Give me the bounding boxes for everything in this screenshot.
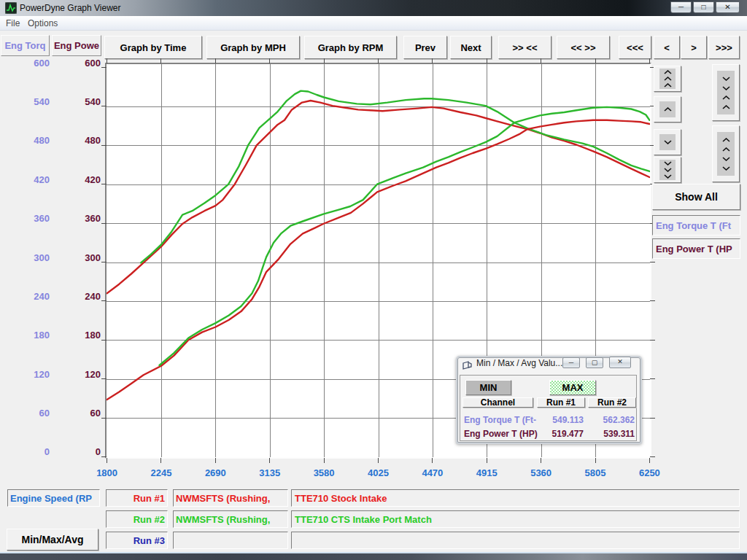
run-name-box-3 xyxy=(173,532,288,549)
y-axis-left-label: 60 xyxy=(20,408,50,419)
chevron-down-icon xyxy=(722,86,730,90)
run-desc-1: TTE710 Stock Intake xyxy=(295,493,387,504)
zoom-out-button[interactable]: << >> xyxy=(557,36,610,59)
y-axis-left-label: 480 xyxy=(20,135,50,146)
menu-file[interactable]: File xyxy=(6,18,20,28)
y-tick-right xyxy=(650,262,655,262)
run-name-box-1: NWMSFTS (Rushing, xyxy=(173,489,288,507)
scroll-down-fast-button-inner xyxy=(659,160,676,180)
x-tick-top xyxy=(160,58,161,63)
x-tick-top xyxy=(107,58,107,63)
y-axis-right-label: 540 xyxy=(71,96,101,107)
y-tick-right xyxy=(650,378,655,379)
x-axis-label: 4915 xyxy=(465,467,508,478)
minmax-close-button[interactable]: ✕ xyxy=(609,357,631,368)
prev-button[interactable]: Prev xyxy=(403,36,447,59)
minmax-window-icon xyxy=(462,361,473,370)
scroll-down-button[interactable] xyxy=(654,129,681,155)
minmax-row-channel-1: Eng Torque T (Ft- xyxy=(464,415,536,425)
run-desc-2: TTE710 CTS Intake Port Match xyxy=(295,514,432,525)
minmax-minimize-button[interactable]: ─ xyxy=(562,357,580,368)
y-axis-right-label: 60 xyxy=(71,408,101,419)
y-axis-right-label: 360 xyxy=(71,213,101,224)
x-axis-label: 4025 xyxy=(357,467,400,478)
y-tick-left xyxy=(101,418,107,419)
window-title: PowerDyne Graph Viewer xyxy=(20,3,121,13)
y-tick-left xyxy=(101,223,107,224)
last-button[interactable]: >>> xyxy=(708,36,740,59)
run-label-3: Run #3 xyxy=(133,535,165,546)
graph-by-rpm-button[interactable]: Graph by RPM xyxy=(304,36,397,59)
y-axis-right-label: 300 xyxy=(71,252,101,263)
chevron-up-icon xyxy=(664,83,672,88)
zoom-vertical-in-button[interactable] xyxy=(712,64,740,121)
scroll-up-button-inner xyxy=(659,101,676,117)
x-tick-bottom xyxy=(378,458,379,463)
tab-eng-power[interactable]: Eng Powe xyxy=(52,35,101,56)
chevron-up-icon xyxy=(722,138,730,142)
y-tick-right xyxy=(650,456,655,457)
minmax-row-run2-1: 562.362 xyxy=(588,415,635,425)
x-axis-label: 3135 xyxy=(248,467,292,478)
chevron-up-icon xyxy=(722,96,730,100)
x-tick-top xyxy=(324,58,325,63)
x-tick-top xyxy=(215,58,216,63)
first-button[interactable]: <<< xyxy=(619,36,651,59)
chevron-down-icon xyxy=(722,157,730,161)
chevron-up-icon xyxy=(664,107,672,112)
minmax-icon-wrap xyxy=(462,359,473,368)
zoom-vertical-out-button[interactable] xyxy=(712,125,740,182)
graph-by-mph-button[interactable]: Graph by MPH xyxy=(206,36,300,59)
x-tick-top xyxy=(487,58,487,63)
x-axis-label: 5805 xyxy=(573,467,617,478)
run-label-box-3: Run #3 xyxy=(106,532,168,549)
app-icon xyxy=(5,2,17,14)
zoom-vertical-in-button-inner xyxy=(717,71,735,114)
y-tick-left xyxy=(101,184,107,184)
chevron-down-icon xyxy=(722,77,730,81)
max-button[interactable]: MAX xyxy=(549,380,596,395)
minimize-button[interactable]: ─ xyxy=(670,1,692,13)
menu-options[interactable]: Options xyxy=(28,18,58,28)
close-button[interactable]: ✕ xyxy=(716,1,740,13)
y-axis-right-label: 600 xyxy=(71,58,101,69)
column-header-run2: Run #2 xyxy=(588,397,636,408)
chevron-down-icon xyxy=(664,168,672,172)
minmax-title: Min / Max / Avg Valu... xyxy=(476,358,562,368)
x-tick-bottom xyxy=(107,458,107,463)
left-button[interactable]: < xyxy=(654,36,680,59)
y-axis-left-label: 240 xyxy=(20,291,50,302)
x-tick-top xyxy=(378,58,379,63)
x-axis-label: 3580 xyxy=(302,467,346,478)
right-button[interactable]: > xyxy=(681,36,707,59)
scroll-up-fast-button-inner xyxy=(659,69,676,89)
y-axis-left-label: 360 xyxy=(20,213,50,224)
x-axis-label: 6250 xyxy=(627,467,671,478)
x-channel-label: Engine Speed (RP xyxy=(10,493,92,504)
tab-eng-torque[interactable]: Eng Torq xyxy=(1,35,50,56)
y-axis-right-label: 240 xyxy=(71,291,101,302)
y-tick-left xyxy=(101,106,107,106)
minmax-row-run1-2: 519.477 xyxy=(537,429,584,439)
show-all-button[interactable]: Show All xyxy=(652,184,740,210)
x-tick-top xyxy=(595,58,596,63)
scroll-up-button[interactable] xyxy=(654,96,681,122)
run-desc-box-2: TTE710 CTS Intake Port Match xyxy=(291,510,740,528)
minmax-avg-button[interactable]: Min/Max/Avg xyxy=(7,529,98,551)
x-tick-top xyxy=(269,58,270,63)
scroll-down-fast-button[interactable] xyxy=(654,157,681,183)
graph-by-time-button[interactable]: Graph by Time xyxy=(104,36,202,59)
x-tick-bottom xyxy=(595,458,596,463)
x-tick-top xyxy=(649,58,650,63)
minmax-restore-button[interactable]: ▢ xyxy=(586,357,603,368)
y-axis-left-label: 120 xyxy=(20,369,50,380)
maximize-button[interactable]: □ xyxy=(693,1,714,13)
tab-eng-torque-label: Eng Torq xyxy=(4,40,45,51)
zoom-in-button[interactable]: >> << xyxy=(498,36,551,59)
scroll-up-fast-button[interactable] xyxy=(654,66,681,92)
y-axis-left-label: 420 xyxy=(20,174,50,185)
next-button[interactable]: Next xyxy=(450,36,492,59)
zoom-vertical-out-button-inner xyxy=(717,132,735,176)
min-button[interactable]: MIN xyxy=(465,380,511,395)
x-axis-label: 4470 xyxy=(411,467,454,478)
